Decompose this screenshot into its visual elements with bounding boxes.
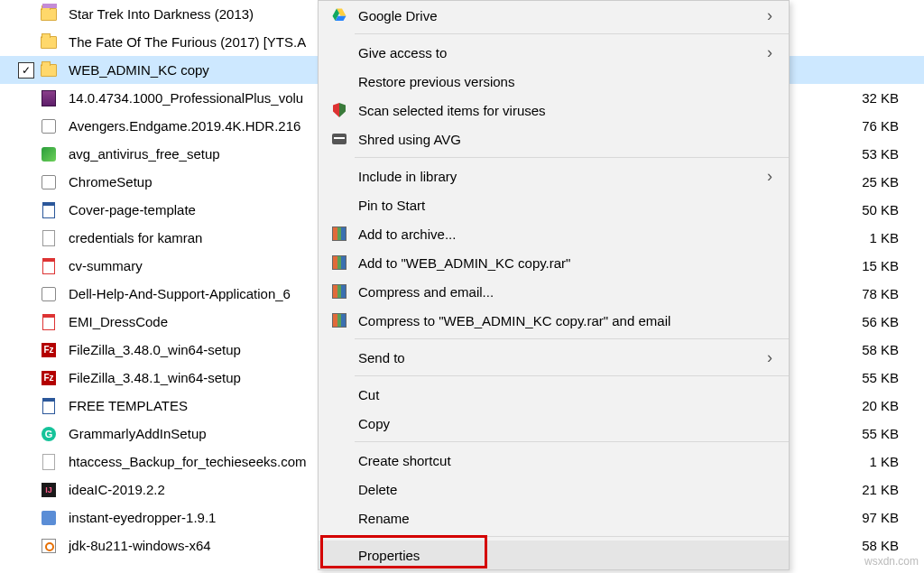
blank-icon <box>329 508 349 528</box>
file-size: 15 KB <box>836 252 899 280</box>
file-name: The Fate Of The Furious (2017) [YTS.A <box>69 34 306 50</box>
menu-delete[interactable]: Delete <box>319 475 789 504</box>
menu-label: Give access to <box>358 45 447 60</box>
file-size: 58 KB <box>836 336 899 364</box>
menu-add-to-rar[interactable]: Add to "WEB_ADMIN_KC copy.rar" <box>319 248 789 277</box>
file-size: 53 KB <box>836 140 899 168</box>
menu-label: Scan selected items for viruses <box>358 103 546 118</box>
file-name: ideaIC-2019.2.2 <box>69 482 165 497</box>
chevron-right-icon: › <box>767 348 772 367</box>
ij-icon: IJ <box>40 481 58 499</box>
menu-label: Delete <box>358 482 397 497</box>
menu-add-archive[interactable]: Add to archive... <box>319 219 789 248</box>
context-menu: Google Drive › Give access to › Restore … <box>318 0 790 570</box>
menu-label: Copy <box>358 416 390 431</box>
fz-icon: Fz <box>40 341 58 359</box>
menu-rename[interactable]: Rename <box>319 504 789 532</box>
menu-label: Restore previous versions <box>358 74 514 89</box>
shield-icon <box>329 100 349 120</box>
file-name: htaccess_Backup_for_techieseeks.com <box>69 454 306 469</box>
file-size <box>836 56 899 84</box>
shredder-icon <box>329 129 349 149</box>
file-size: 78 KB <box>836 280 899 308</box>
app-icon <box>40 117 58 135</box>
size-column: 32 KB76 KB53 KB25 KB50 KB1 KB15 KB78 KB5… <box>836 0 899 559</box>
blank-icon <box>329 413 349 433</box>
menu-separator <box>355 33 789 34</box>
menu-send-to[interactable]: Send to › <box>319 343 789 372</box>
file-size: 1 KB <box>836 224 899 252</box>
file-name: Avengers.Endgame.2019.4K.HDR.216 <box>69 118 300 134</box>
java-icon <box>40 537 58 555</box>
blank-icon <box>329 545 349 565</box>
chevron-right-icon: › <box>767 167 772 186</box>
file-name: Star Trek Into Darkness (2013) <box>69 6 254 22</box>
menu-label: Compress to "WEB_ADMIN_KC copy.rar" and … <box>358 313 670 328</box>
app-icon <box>40 173 58 191</box>
file-size: 25 KB <box>836 168 899 196</box>
folder-icon <box>40 33 58 51</box>
blank-icon <box>329 71 349 91</box>
file-name: instant-eyedropper-1.9.1 <box>69 510 216 525</box>
rar-icon <box>40 89 58 107</box>
folder-icon <box>40 61 58 79</box>
menu-compress-email[interactable]: Compress and email... <box>319 277 789 306</box>
g-icon: G <box>40 425 58 443</box>
blank-icon <box>329 166 349 186</box>
file-size: 97 KB <box>836 504 899 531</box>
menu-label: Add to archive... <box>358 226 456 242</box>
file-name: FileZilla_3.48.0_win64-setup <box>69 342 241 357</box>
fz-icon: Fz <box>40 369 58 387</box>
menu-google-drive[interactable]: Google Drive › <box>319 1 789 30</box>
file-size <box>836 0 899 28</box>
menu-create-shortcut[interactable]: Create shortcut <box>319 446 789 475</box>
menu-label: Include in library <box>358 169 457 184</box>
menu-restore-previous[interactable]: Restore previous versions <box>319 67 789 96</box>
file-name: avg_antivirus_free_setup <box>69 146 220 162</box>
menu-pin-start[interactable]: Pin to Start <box>319 190 789 219</box>
file-name: Dell-Help-And-Support-Application_6 <box>69 286 291 301</box>
watermark: wsxdn.com <box>864 555 919 568</box>
menu-scan-viruses[interactable]: Scan selected items for viruses <box>319 96 789 125</box>
menu-give-access[interactable]: Give access to › <box>319 38 789 67</box>
google-drive-icon <box>329 5 349 25</box>
menu-cut[interactable]: Cut <box>319 380 789 409</box>
menu-separator <box>355 375 789 376</box>
file-name: credentials for kamran <box>69 230 202 245</box>
app-icon <box>40 285 58 303</box>
menu-separator <box>355 536 789 537</box>
file-size: 55 KB <box>836 364 899 392</box>
file-size: 56 KB <box>836 308 899 336</box>
file-size: 32 KB <box>836 84 899 112</box>
avg-icon <box>40 145 58 163</box>
pdf-icon <box>40 313 58 331</box>
menu-label: Shred using AVG <box>358 132 461 147</box>
menu-separator <box>355 338 789 339</box>
menu-properties[interactable]: Properties <box>319 541 789 569</box>
checkbox[interactable]: ✓ <box>18 62 34 79</box>
file-name: ChromeSetup <box>69 174 152 189</box>
eye-icon <box>40 509 58 527</box>
file-size: 1 KB <box>836 448 899 476</box>
blank-icon <box>329 479 349 499</box>
file-name: EMI_DressCode <box>69 314 168 329</box>
menu-copy[interactable]: Copy <box>319 409 789 438</box>
menu-include-library[interactable]: Include in library › <box>319 162 789 190</box>
blank-icon <box>329 195 349 215</box>
menu-label: Google Drive <box>358 8 438 23</box>
txt-icon <box>40 453 58 471</box>
docr-icon <box>40 229 58 247</box>
blank-icon <box>329 384 349 404</box>
menu-label: Create shortcut <box>358 453 451 468</box>
file-name: FileZilla_3.48.1_win64-setup <box>69 370 241 385</box>
file-size: 21 KB <box>836 476 899 504</box>
menu-shred-avg[interactable]: Shred using AVG <box>319 125 789 153</box>
blank-icon <box>329 450 349 470</box>
doc-icon <box>40 397 58 415</box>
file-name: Cover-page-template <box>69 202 196 217</box>
menu-compress-to-email[interactable]: Compress to "WEB_ADMIN_KC copy.rar" and … <box>319 306 789 335</box>
menu-label: Add to "WEB_ADMIN_KC copy.rar" <box>358 255 570 271</box>
pdf-icon <box>40 257 58 275</box>
menu-label: Properties <box>358 548 420 563</box>
menu-separator <box>355 157 789 158</box>
